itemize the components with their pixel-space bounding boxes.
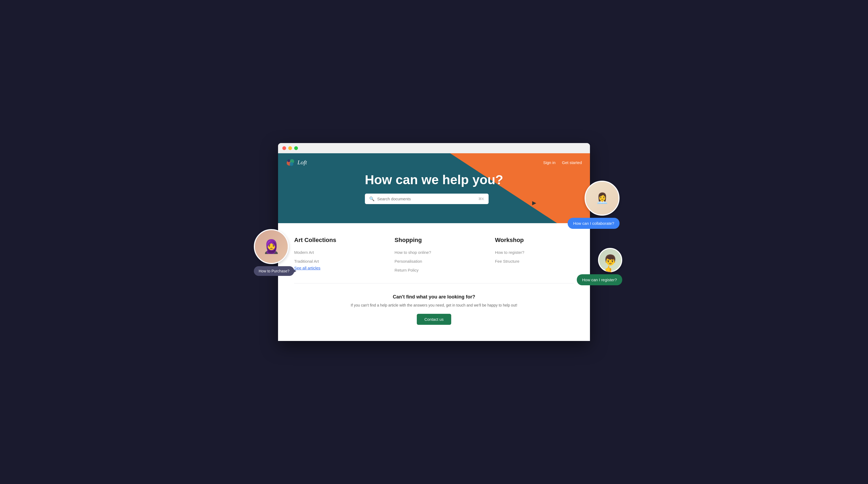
search-keyboard-shortcut: ⌘K [478, 197, 484, 201]
search-icon: 🔍 [369, 196, 375, 202]
workshop-links: How to register? Fee Structure [495, 250, 574, 264]
avatar-right-top: 👩‍💼 [585, 181, 620, 216]
section-divider [294, 283, 574, 283]
link-fee-structure[interactable]: Fee Structure [495, 259, 574, 264]
speech-bubble-purchase: How to Purchase? [254, 266, 294, 276]
avatar-bubble-register: 👦 How can I register? [577, 248, 622, 285]
hero-content: How can we help you? 🔍 ⌘K [365, 172, 503, 204]
see-all-articles-link[interactable]: See all articles [294, 266, 320, 270]
traffic-light-red[interactable] [282, 146, 286, 150]
link-modern-art[interactable]: Modern Art [294, 250, 373, 254]
avatar-left-image: 🧕 [255, 230, 288, 263]
traffic-light-green[interactable] [294, 146, 298, 150]
logo: Loft [286, 157, 307, 167]
main-content: Art Collections Modern Art Traditional A… [278, 223, 590, 341]
category-workshop: Workshop How to register? Fee Structure [495, 237, 574, 272]
sign-in-link[interactable]: Sign in [543, 160, 556, 165]
contact-us-button[interactable]: Contact us [417, 314, 451, 325]
cta-description: If you can't find a help article with th… [294, 303, 574, 307]
browser-window: Loft Sign in Get started How can we help… [278, 143, 590, 341]
hand-icon: 🤙 [605, 265, 613, 273]
avatar-left: 🧕 [254, 229, 289, 264]
traffic-light-yellow[interactable] [288, 146, 292, 150]
link-how-to-shop[interactable]: How to shop online? [395, 250, 473, 254]
cursor-arrow: ▶ [532, 200, 536, 206]
speech-bubble-register: How can I register? [577, 274, 622, 285]
browser-chrome [278, 143, 590, 153]
link-traditional-art[interactable]: Traditional Art [294, 259, 373, 264]
hero-title: How can we help you? [365, 172, 503, 187]
logo-icon [286, 157, 296, 167]
category-art-collections: Art Collections Modern Art Traditional A… [294, 237, 373, 272]
link-how-to-register[interactable]: How to register? [495, 250, 574, 254]
avatar-bubble-purchase: 🧕 How to Purchase? [254, 229, 294, 276]
logo-text: Loft [298, 159, 307, 166]
nav-links: Sign in Get started [543, 160, 582, 165]
avatar-right-top-image: 👩‍💼 [586, 182, 618, 215]
get-started-link[interactable]: Get started [562, 160, 582, 165]
avatar-bubble-collaborate: 👩‍💼 How can I collaborate? [568, 181, 620, 229]
svg-point-2 [289, 162, 293, 166]
shopping-links: How to shop online? Personalisation Retu… [395, 250, 473, 272]
link-personalisation[interactable]: Personalisation [395, 259, 473, 264]
category-art-collections-title: Art Collections [294, 237, 373, 244]
category-shopping-title: Shopping [395, 237, 473, 244]
svg-point-3 [287, 159, 290, 162]
categories-grid: Art Collections Modern Art Traditional A… [294, 237, 574, 272]
cta-title: Can't find what you are looking for? [294, 294, 574, 300]
category-workshop-title: Workshop [495, 237, 574, 244]
search-input[interactable] [377, 196, 476, 201]
category-shopping: Shopping How to shop online? Personalisa… [395, 237, 473, 272]
speech-bubble-collaborate: How can I collaborate? [568, 218, 620, 229]
main-nav: Loft Sign in Get started [278, 157, 590, 167]
hero-section: Loft Sign in Get started How can we help… [278, 153, 590, 223]
search-bar[interactable]: 🔍 ⌘K [365, 193, 489, 204]
bottom-cta-section: Can't find what you are looking for? If … [294, 294, 574, 330]
link-return-policy[interactable]: Return Policy [395, 268, 473, 272]
art-collections-links: Modern Art Traditional Art [294, 250, 373, 264]
